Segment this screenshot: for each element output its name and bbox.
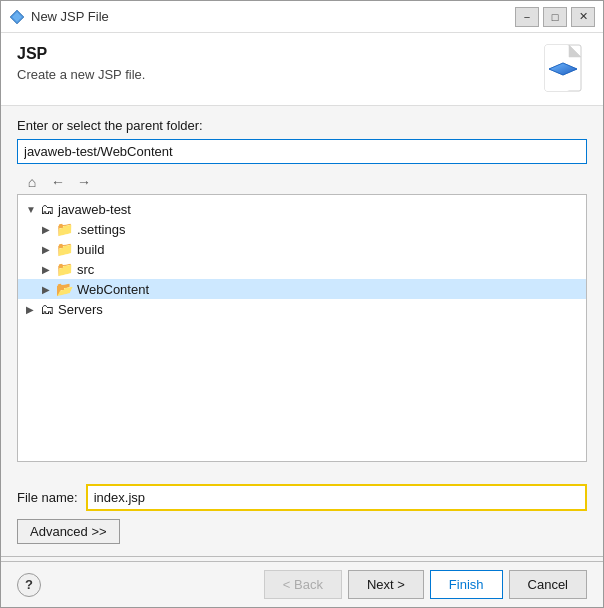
- tree-expand-icon: ▶: [42, 284, 56, 295]
- window-icon: [9, 9, 25, 25]
- project-icon: 🗂: [40, 201, 54, 217]
- folder-tree[interactable]: ▼ 🗂 javaweb-test ▶ 📁 .settings ▶ 📁 build: [17, 194, 587, 462]
- tree-expand-icon: ▶: [26, 304, 40, 315]
- tree-item[interactable]: ▶ 🗂 Servers: [18, 299, 586, 319]
- help-button[interactable]: ?: [17, 573, 41, 597]
- window-controls: − □ ✕: [515, 7, 595, 27]
- tree-item[interactable]: ▶ 📁 src: [18, 259, 586, 279]
- header-section: JSP Create a new JSP file.: [1, 33, 603, 106]
- footer-left: ?: [17, 573, 41, 597]
- minimize-button[interactable]: −: [515, 7, 539, 27]
- window-title: New JSP File: [31, 9, 515, 24]
- tree-expand-icon: ▶: [42, 244, 56, 255]
- footer-right: < Back Next > Finish Cancel: [264, 570, 587, 599]
- tree-item[interactable]: ▶ 📁 .settings: [18, 219, 586, 239]
- tree-forward-button[interactable]: →: [73, 172, 95, 192]
- jsp-file-icon: [539, 45, 587, 93]
- tree-item[interactable]: ▶ 📁 build: [18, 239, 586, 259]
- folder-icon: 📁: [56, 221, 73, 237]
- header-title: JSP: [17, 45, 145, 63]
- back-button[interactable]: < Back: [264, 570, 342, 599]
- tree-home-button[interactable]: ⌂: [21, 172, 43, 192]
- maximize-button[interactable]: □: [543, 7, 567, 27]
- close-button[interactable]: ✕: [571, 7, 595, 27]
- tree-expand-icon: ▶: [42, 264, 56, 275]
- folder-icon: 📁: [56, 261, 73, 277]
- project-icon: 🗂: [40, 301, 54, 317]
- advanced-button[interactable]: Advanced >>: [17, 519, 120, 544]
- filename-input[interactable]: [86, 484, 587, 511]
- content-section: Enter or select the parent folder: ⌂ ← →…: [1, 106, 603, 474]
- header-subtitle: Create a new JSP file.: [17, 67, 145, 82]
- tree-expand-icon: ▼: [26, 204, 40, 215]
- folder-icon: 📁: [56, 241, 73, 257]
- filename-label: File name:: [17, 490, 78, 505]
- tree-item[interactable]: ▼ 🗂 javaweb-test: [18, 199, 586, 219]
- filename-row: File name:: [1, 474, 603, 517]
- advanced-row: Advanced >>: [1, 517, 603, 552]
- tree-item-webcontent[interactable]: ▶ 📂 WebContent: [18, 279, 586, 299]
- tree-toolbar: ⌂ ← →: [17, 170, 587, 194]
- folder-input[interactable]: [17, 139, 587, 164]
- folder-label: Enter or select the parent folder:: [17, 118, 587, 133]
- cancel-button[interactable]: Cancel: [509, 570, 587, 599]
- next-button[interactable]: Next >: [348, 570, 424, 599]
- finish-button[interactable]: Finish: [430, 570, 503, 599]
- header-text: JSP Create a new JSP file.: [17, 45, 145, 82]
- footer: ? < Back Next > Finish Cancel: [1, 561, 603, 607]
- tree-back-button[interactable]: ←: [47, 172, 69, 192]
- divider: [1, 556, 603, 557]
- folder-icon: 📂: [56, 281, 73, 297]
- dialog-window: New JSP File − □ ✕ JSP Create a new JSP …: [0, 0, 604, 608]
- title-bar: New JSP File − □ ✕: [1, 1, 603, 33]
- tree-expand-icon: ▶: [42, 224, 56, 235]
